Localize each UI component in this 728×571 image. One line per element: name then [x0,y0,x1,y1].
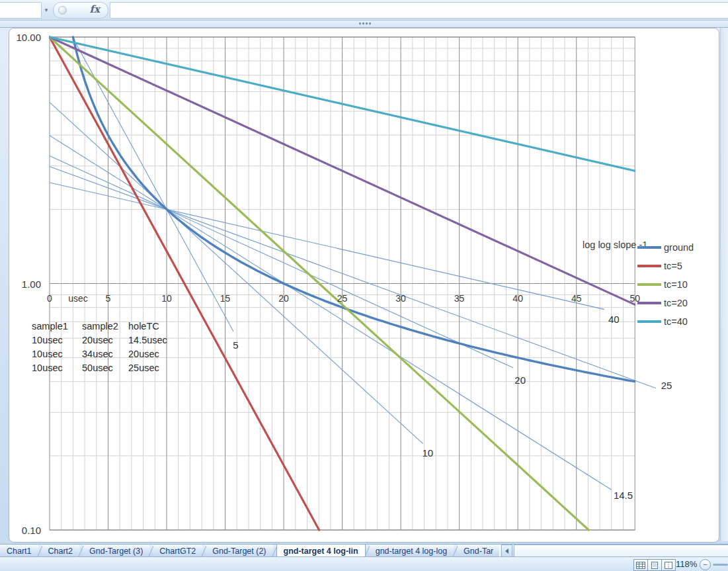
page-break-icon [664,562,673,569]
chart-sheet-top-band [0,20,728,28]
table-row: 10usec34usec20usec [30,347,189,361]
legend-line-icon [637,246,661,248]
sheet-tab-chartgt2[interactable]: ChartGT2 [153,545,202,557]
excel-window: ▾ fx 51014.5202540 10.001.000.10 0510152… [0,0,728,571]
insert-function-pill: fx [53,2,108,19]
table-cell: 10usec [30,333,81,347]
legend-label: tc=10 [664,279,688,290]
legend-line-icon [637,320,661,322]
normal-view-button[interactable] [633,559,648,571]
page-layout-view-button[interactable] [647,559,662,571]
table-cell: 10usec [30,361,81,374]
x-tick-0: 0 [35,293,64,304]
table-header-cell: sample1 [30,319,81,333]
sheet-tab-chart1[interactable]: Chart1 [0,545,38,557]
legend-entry-tc=20[interactable]: tc=20 [637,294,694,312]
legend-label: tc=20 [664,298,688,308]
legend-line-icon [637,265,661,267]
legend-line-icon [637,302,661,304]
table-header-row: sample1sample2holeTC [30,319,189,333]
x-axis-title: usec [63,293,93,304]
table-row: 10usec20usec14.5usec [30,333,189,347]
legend-line-icon [637,283,661,285]
pill-button-icon[interactable] [58,6,67,15]
x-tick-30: 30 [386,293,415,304]
left-arrow-icon [505,549,508,554]
name-box[interactable] [0,2,42,19]
x-tick-15: 15 [211,293,240,304]
x-tick-35: 35 [445,293,474,304]
split-handle-icon[interactable] [359,22,372,25]
legend-entry-ground[interactable]: ground [637,238,694,257]
view-shortcut-buttons [633,559,675,571]
tab-scroll-left-button[interactable] [501,545,512,557]
x-tick-40: 40 [503,293,532,304]
legend-label: tc=40 [664,316,688,327]
legend-label: tc=5 [664,261,682,271]
y-tick-1.00: 1.00 [7,279,41,290]
table-cell: 20usec [81,333,127,347]
table-cell: 20usec [127,347,189,361]
sheet-tab-gnd-target-2-[interactable]: Gnd-Target (2) [206,545,272,557]
reference-lines [50,37,656,490]
legend-label: ground [664,242,694,253]
x-tick-25: 25 [328,293,357,304]
y-tick-10.00: 10.00 [7,32,41,43]
sheet-tabs: Chart1Chart2Gnd-Target (3)ChartGT2Gnd-Ta… [0,545,501,557]
y-tick-0.10: 0.10 [7,525,41,536]
legend-entry-tc=5[interactable]: tc=5 [637,257,694,275]
zoom-out-button[interactable]: − [700,559,711,570]
sheet-tab-gnd-target-3-[interactable]: Gnd-Target (3) [83,545,149,557]
reference-label-14.5: 14.5 [614,490,633,501]
reference-label-25: 25 [661,380,672,391]
chart-legend[interactable]: groundtc=5tc=10tc=20tc=40 [637,238,694,331]
grid-view-icon [636,562,645,569]
sheet-tab-gnd-tar[interactable]: Gnd-Tar [457,545,501,557]
x-tick-5: 5 [94,293,123,304]
name-box-dropdown-icon[interactable]: ▾ [42,2,51,17]
table-cell: 34usec [81,347,127,361]
x-tick-20: 20 [269,293,298,304]
formula-input[interactable] [110,2,728,19]
formula-bar-row: ▾ fx [0,0,728,21]
sheet-tab-chart2[interactable]: Chart2 [42,545,80,557]
sheet-tab-gnd-target-4-log-lin[interactable]: gnd-target 4 log-lin [276,545,366,557]
sheet-tab-gnd-target-4-log-log[interactable]: gnd-target 4 log-log [369,545,454,557]
table-cell: 25usec [127,361,189,374]
table-header-cell: holeTC [127,319,189,333]
table-row: 10usec50usec25usec [30,361,189,374]
x-tick-10: 10 [152,293,181,304]
legend-entry-tc=40[interactable]: tc=40 [637,312,694,331]
chart-plot: 51014.5202540 [0,0,728,571]
reference-line-tc-10[interactable] [50,103,423,444]
reference-label-10: 10 [422,447,433,459]
reference-label-20: 20 [514,374,526,386]
status-bar: 118% − [0,556,728,571]
sheet-tab-bar: Chart1Chart2Gnd-Target (3)ChartGT2Gnd-Ta… [0,544,728,557]
zoom-level[interactable]: 118% [676,559,697,569]
reference-label-5: 5 [233,339,238,351]
zoom-slider[interactable] [713,564,728,566]
page-break-view-button[interactable] [661,559,676,571]
insert-function-button[interactable]: fx [90,3,100,15]
horizontal-scrollbar[interactable] [514,545,728,557]
page-layout-icon [650,562,659,569]
table-cell: 14.5usec [127,333,189,347]
reference-label-40: 40 [608,314,620,325]
sample-table[interactable]: sample1sample2holeTC10usec20usec14.5usec… [30,319,189,374]
table-cell: 10usec [30,347,81,361]
legend-entry-tc=10[interactable]: tc=10 [637,275,694,294]
x-tick-45: 45 [562,293,591,304]
table-cell: 50usec [81,361,127,374]
table-header-cell: sample2 [81,319,127,333]
